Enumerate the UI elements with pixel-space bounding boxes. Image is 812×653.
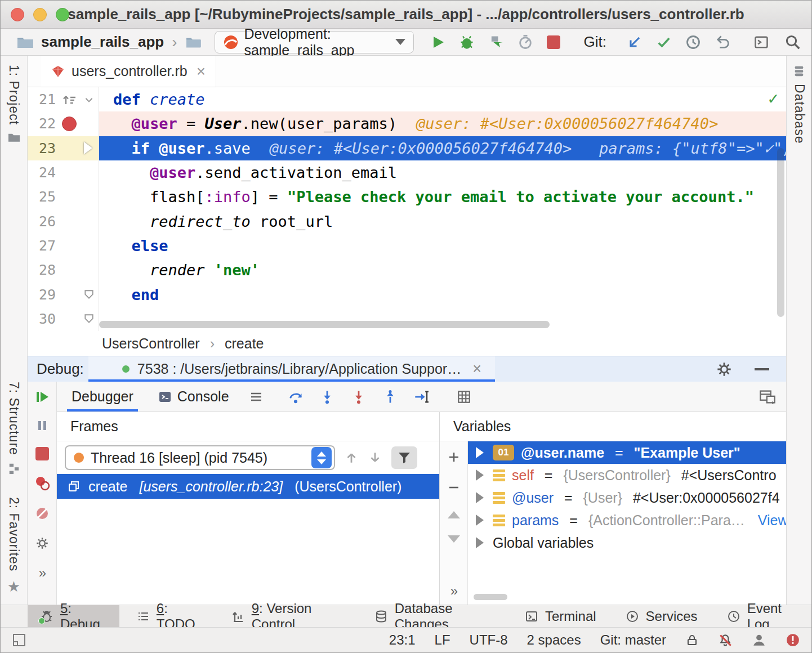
editor-vertical-scrollbar[interactable] bbox=[777, 148, 784, 317]
toolwindow-button-favorites[interactable]: 2: Favorites ★ bbox=[6, 497, 21, 596]
code-line[interactable]: 29 end bbox=[28, 282, 786, 306]
toolwindow-button-structure[interactable]: 7: Structure bbox=[6, 382, 21, 475]
code-line[interactable]: 21def create bbox=[28, 87, 786, 111]
settings-gear-icon[interactable] bbox=[35, 536, 50, 551]
line-number[interactable]: 22 bbox=[28, 115, 56, 132]
tab-debugger[interactable]: Debugger bbox=[67, 382, 138, 412]
code-editor[interactable]: 21def create22 @user = User.new(user_par… bbox=[28, 87, 786, 331]
inspection-ok-icon[interactable]: ✓ bbox=[768, 88, 778, 108]
variable-row[interactable]: self = {UsersController} #<UsersContro bbox=[468, 464, 786, 486]
line-number[interactable]: 23 bbox=[28, 140, 56, 156]
step-over-button[interactable] bbox=[288, 389, 304, 405]
line-ending-indicator[interactable]: LF bbox=[435, 632, 450, 648]
code-text[interactable]: else bbox=[99, 234, 786, 258]
code-text[interactable]: redirect_to root_url bbox=[99, 209, 786, 233]
run-to-cursor-button[interactable] bbox=[414, 389, 431, 405]
view-link[interactable]: View bbox=[758, 512, 786, 529]
coverage-button[interactable] bbox=[488, 34, 504, 50]
code-text[interactable]: if @user.save@user: #<User:0x000056027f4… bbox=[99, 136, 786, 160]
variable-row[interactable]: params = {ActionController::Para… View bbox=[468, 509, 786, 531]
code-line[interactable]: 28 render 'new' bbox=[28, 258, 786, 282]
close-session-icon[interactable]: × bbox=[472, 360, 481, 378]
thread-stepper-icon[interactable] bbox=[311, 447, 332, 468]
code-line[interactable]: 22 @user = User.new(user_params)@user: #… bbox=[28, 111, 786, 136]
line-number[interactable]: 27 bbox=[28, 238, 56, 254]
user-icon[interactable] bbox=[752, 633, 766, 647]
code-text[interactable]: flash[:info] = "Please check your email … bbox=[99, 185, 786, 209]
minimize-window-button[interactable] bbox=[33, 8, 47, 21]
git-branch-indicator[interactable]: Git: master bbox=[600, 632, 666, 648]
project-folder-icon[interactable] bbox=[16, 35, 33, 50]
debug-session-tab[interactable]: 7538 : /Users/jetbrains/Library/Applicat… bbox=[88, 356, 495, 382]
caret-position[interactable]: 23:1 bbox=[389, 632, 416, 648]
breadcrumb-class[interactable]: UsersController bbox=[102, 336, 200, 352]
expand-chevron-icon[interactable] bbox=[476, 537, 484, 548]
zoom-window-button[interactable] bbox=[56, 8, 69, 21]
code-line[interactable]: 27 else bbox=[28, 234, 786, 258]
notifications-off-icon[interactable] bbox=[718, 633, 733, 647]
code-line[interactable]: 23 if @user.save@user: #<User:0x00005602… bbox=[28, 136, 786, 160]
history-icon[interactable] bbox=[685, 34, 701, 50]
breakpoint-icon[interactable] bbox=[56, 117, 83, 131]
close-tab-icon[interactable]: × bbox=[197, 62, 206, 80]
move-down-button[interactable] bbox=[448, 535, 460, 543]
line-number[interactable]: 28 bbox=[28, 262, 56, 278]
variable-row[interactable]: 01@user.name = "Example User" bbox=[468, 441, 786, 464]
toolwindow-button-6-todo[interactable]: 6: TODO bbox=[124, 605, 215, 627]
gutter-action-icon[interactable] bbox=[56, 92, 83, 107]
search-icon[interactable] bbox=[784, 34, 801, 51]
next-frame-button[interactable] bbox=[368, 450, 382, 465]
encoding-indicator[interactable]: UTF-8 bbox=[470, 632, 508, 648]
indent-indicator[interactable]: 2 spaces bbox=[527, 632, 581, 648]
stop-button[interactable] bbox=[547, 35, 560, 49]
close-window-button[interactable] bbox=[11, 8, 24, 21]
code-text[interactable]: @user = User.new(user_params)@user: #<Us… bbox=[99, 111, 786, 136]
move-up-button[interactable] bbox=[448, 511, 460, 518]
debug-button[interactable] bbox=[459, 34, 475, 50]
folder-icon[interactable] bbox=[185, 35, 201, 49]
console-icon[interactable] bbox=[753, 34, 770, 50]
profiler-button[interactable] bbox=[517, 34, 533, 50]
hide-toolwindow-icon[interactable] bbox=[755, 368, 769, 370]
code-line[interactable]: 25 flash[:info] = "Please check your ema… bbox=[28, 185, 786, 209]
frame-row[interactable]: create [users_controller.rb:23] (UsersCo… bbox=[57, 474, 439, 499]
thread-select[interactable]: Thread 16 [sleep] (pid 7545) bbox=[65, 445, 335, 470]
editor-horizontal-scrollbar[interactable] bbox=[99, 321, 550, 328]
code-text[interactable]: end bbox=[99, 282, 786, 306]
force-step-into-button[interactable] bbox=[351, 389, 367, 405]
update-project-icon[interactable] bbox=[627, 34, 643, 50]
toolwindow-button-database[interactable]: Database bbox=[792, 65, 807, 144]
line-number[interactable]: 21 bbox=[28, 91, 56, 108]
expand-chevron-icon[interactable] bbox=[476, 515, 484, 526]
tab-console[interactable]: Console bbox=[154, 382, 234, 412]
variable-row[interactable]: @user = {User} #<User:0x000056027f4 bbox=[468, 486, 786, 509]
tab-users-controller[interactable]: users_controller.rb × bbox=[41, 56, 216, 87]
toolwindow-button-project[interactable]: 1: Project bbox=[6, 65, 21, 143]
titlebar[interactable]: sample_rails_app [~/RubymineProjects/sam… bbox=[1, 1, 811, 29]
line-number[interactable]: 24 bbox=[28, 164, 56, 181]
more-actions-button[interactable]: » bbox=[39, 565, 45, 581]
resume-button[interactable] bbox=[35, 390, 50, 404]
code-line[interactable]: 26 redirect_to root_url bbox=[28, 209, 786, 233]
toolwindow-button-event-log[interactable]: Event Log bbox=[715, 605, 811, 627]
code-line[interactable]: 24 @user.send_activation_email bbox=[28, 160, 786, 185]
line-number[interactable]: 26 bbox=[28, 213, 56, 230]
add-watch-button[interactable] bbox=[447, 450, 461, 464]
run-configuration-select[interactable]: Development: sample_rails_app bbox=[215, 31, 414, 53]
line-number[interactable]: 25 bbox=[28, 189, 56, 205]
mute-breakpoints-button[interactable] bbox=[34, 506, 50, 521]
gear-icon[interactable] bbox=[716, 361, 732, 377]
breadcrumb-method[interactable]: create bbox=[225, 336, 264, 352]
view-breakpoints-button[interactable] bbox=[34, 475, 50, 491]
toolwindow-button-services[interactable]: Services bbox=[613, 605, 710, 627]
variable-row[interactable]: Global variables bbox=[468, 531, 786, 554]
stop-button[interactable] bbox=[35, 447, 49, 460]
rollback-icon[interactable] bbox=[715, 34, 730, 50]
remove-watch-button[interactable] bbox=[447, 481, 461, 494]
code-text[interactable]: render 'new' bbox=[99, 258, 786, 282]
lock-icon[interactable] bbox=[685, 633, 699, 647]
step-into-button[interactable] bbox=[319, 389, 335, 405]
toolwindow-button-terminal[interactable]: Terminal bbox=[512, 605, 609, 627]
code-text[interactable]: @user.send_activation_email bbox=[99, 160, 786, 185]
breakpoint-dot[interactable] bbox=[62, 117, 77, 131]
